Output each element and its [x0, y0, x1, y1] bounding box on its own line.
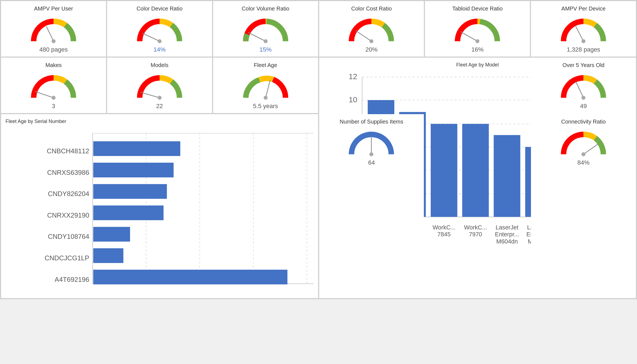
connectivity-title: Connectivity Ratio [561, 119, 606, 125]
svg-line-2 [143, 33, 160, 41]
ampv-per-user-title: AMPV Per User [34, 6, 73, 12]
svg-line-0 [47, 27, 54, 41]
svg-text:CNRXX29190: CNRXX29190 [47, 212, 89, 219]
svg-point-11 [582, 39, 585, 43]
svg-text:Enterpr...: Enterpr... [495, 231, 519, 238]
svg-line-6 [356, 31, 372, 41]
svg-line-8 [461, 32, 477, 41]
connectivity-value: 84% [577, 159, 590, 166]
svg-text:CNBCH48112: CNBCH48112 [47, 147, 89, 155]
fleet-age-by-serial-chart: CNBCH48112 CNRXS63986 CNDY826204 CNRXX29… [6, 127, 314, 294]
svg-text:7845: 7845 [437, 231, 451, 238]
ampv-per-device-value: 1,328 pages [567, 46, 600, 53]
dashboard: AMPV Per User 480 pages Color Device Rat… [0, 0, 637, 299]
svg-point-13 [52, 96, 55, 100]
over5-gauge [559, 73, 608, 100]
svg-text:CNRXS63986: CNRXS63986 [47, 169, 89, 176]
makes-value: 3 [52, 103, 55, 110]
supplies-gauge [347, 129, 396, 157]
svg-text:LaserJet: LaserJet [495, 224, 518, 231]
card-supplies: Number of Supplies Items 64 [319, 114, 424, 298]
fleet-age-value: 5.5 years [253, 103, 278, 110]
svg-line-10 [575, 26, 583, 41]
supplies-value: 64 [368, 159, 375, 166]
models-gauge [135, 73, 184, 100]
color-cost-ratio-value: 20% [365, 46, 377, 53]
svg-text:WorkC...: WorkC... [432, 224, 455, 231]
svg-point-65 [582, 96, 585, 100]
svg-line-16 [266, 81, 270, 98]
tabloid-device-ratio-gauge [453, 16, 502, 44]
svg-text:10: 10 [348, 95, 357, 104]
color-cost-ratio-title: Color Cost Ratio [351, 6, 392, 12]
svg-text:WorkC...: WorkC... [464, 224, 487, 231]
card-color-device-ratio: Color Device Ratio 14% [107, 1, 212, 57]
svg-point-90 [582, 152, 585, 156]
color-volume-ratio-title: Color Volume Ratio [242, 6, 289, 12]
card-color-cost-ratio: Color Cost Ratio 20% [319, 1, 424, 57]
fleet-age-by-model-title: Fleet Age by Model [456, 62, 499, 68]
card-models: Models 22 [107, 58, 212, 113]
svg-rect-37 [462, 124, 488, 217]
makes-gauge [29, 73, 78, 100]
card-tabloid-device-ratio: Tabloid Device Ratio 16% [425, 1, 530, 57]
color-volume-ratio-value: 15% [260, 46, 272, 53]
svg-point-7 [369, 39, 373, 43]
models-title: Models [151, 62, 168, 68]
fleet-age-by-serial-title: Fleet Age by Serial Number [6, 119, 66, 124]
svg-text:CNDCJCG1LP: CNDCJCG1LP [44, 254, 89, 262]
color-volume-ratio-gauge [241, 16, 290, 44]
svg-text:CNDY108764: CNDY108764 [48, 233, 89, 240]
tabloid-device-ratio-value: 16% [471, 46, 483, 53]
svg-rect-82 [93, 184, 167, 199]
supplies-title: Number of Supplies Items [340, 119, 403, 125]
svg-text:12: 12 [348, 72, 357, 81]
models-value: 22 [156, 103, 163, 110]
color-device-ratio-gauge [135, 16, 184, 44]
card-ampv-per-user: AMPV Per User 480 pages [1, 1, 106, 57]
ampv-per-device-title: AMPV Per Device [561, 6, 606, 12]
svg-line-4 [248, 33, 266, 41]
connectivity-gauge [559, 129, 608, 157]
card-fleet-age: Fleet Age 5.5 years [213, 58, 318, 113]
ampv-per-user-value: 480 pages [39, 46, 68, 53]
svg-rect-80 [93, 141, 180, 156]
svg-rect-86 [93, 270, 287, 284]
ampv-per-device-gauge [559, 16, 608, 44]
svg-line-89 [583, 144, 598, 154]
svg-rect-81 [93, 163, 174, 177]
svg-rect-36 [430, 124, 457, 217]
color-device-ratio-title: Color Device Ratio [136, 6, 183, 12]
fleet-age-gauge [241, 73, 290, 100]
svg-line-64 [576, 82, 583, 98]
svg-rect-85 [93, 248, 123, 263]
makes-title: Makes [45, 62, 62, 68]
svg-text:7970: 7970 [469, 231, 482, 238]
tabloid-device-ratio-title: Tabloid Device Ratio [452, 6, 503, 12]
svg-point-17 [263, 96, 267, 100]
svg-point-15 [158, 96, 162, 100]
svg-line-14 [141, 92, 159, 98]
over5-value: 49 [580, 103, 587, 110]
svg-point-3 [158, 39, 162, 43]
card-makes: Makes 3 [1, 58, 106, 113]
card-fleet-age-by-serial: Fleet Age by Serial Number CNBCH48112 CN… [1, 114, 318, 298]
svg-line-12 [35, 92, 54, 98]
color-device-ratio-value: 14% [154, 46, 166, 53]
card-color-volume-ratio: Color Volume Ratio 15% [213, 1, 318, 57]
over5-title: Over 5 Years Old [562, 62, 604, 68]
ampv-per-user-gauge [29, 16, 78, 44]
svg-rect-38 [494, 135, 520, 217]
svg-rect-84 [93, 227, 130, 242]
card-ampv-per-device: AMPV Per Device 1,328 pages [531, 1, 636, 57]
svg-text:CNDY826204: CNDY826204 [48, 190, 89, 197]
svg-point-5 [263, 39, 267, 43]
card-connectivity: Connectivity Ratio 84% [531, 114, 636, 298]
fleet-age-title: Fleet Age [254, 62, 277, 68]
card-over5: Over 5 Years Old 49 [531, 58, 636, 113]
svg-text:M604dn: M604dn [496, 238, 518, 245]
svg-text:A4T692196: A4T692196 [55, 276, 89, 283]
svg-point-88 [369, 152, 373, 156]
svg-rect-83 [93, 205, 164, 220]
svg-point-9 [475, 39, 479, 43]
